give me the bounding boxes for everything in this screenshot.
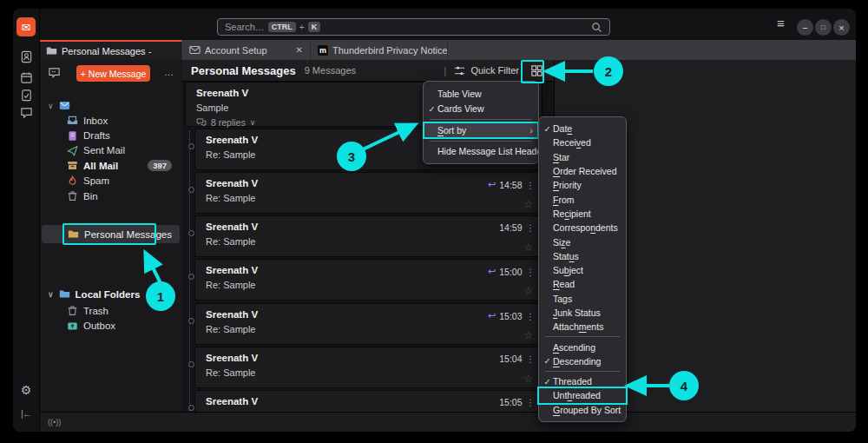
callout-4: 4 [669, 371, 699, 400]
maximize-button[interactable]: □ [815, 19, 832, 36]
folder-label: Drafts [83, 130, 110, 141]
search-placeholder: Search… [225, 22, 265, 32]
message-card[interactable]: Sreenath V ↩14:58⋮ Re: Sample ☆ [194, 172, 542, 214]
menu-item-threaded[interactable]: ✓Threaded [539, 374, 626, 388]
menu-item-unthreaded[interactable]: Unthreaded [539, 388, 626, 402]
folder-all-mail[interactable]: All Mail 397 [39, 158, 182, 173]
assist-bubble-icon[interactable] [48, 66, 61, 79]
menu-item-date[interactable]: ✓Date [539, 122, 626, 136]
kebab-icon[interactable]: ⋮ [526, 354, 536, 364]
menu-item-cards-view[interactable]: ✓ Cards View [424, 102, 538, 117]
kebab-icon[interactable]: ⋮ [526, 311, 536, 321]
global-search-input[interactable]: Search… CTRL + K [217, 18, 610, 36]
inbox-icon [67, 115, 78, 126]
kebab-icon[interactable]: ⋮ [526, 397, 536, 407]
chevron-down-icon[interactable]: ∨ [48, 102, 54, 110]
menu-item-junk-status[interactable]: Junk Status [539, 306, 626, 320]
menu-item-subject[interactable]: Subject [539, 263, 626, 277]
sent-icon [67, 145, 78, 156]
app-menu-button[interactable]: ≡ [777, 16, 785, 30]
menu-label: Priority [553, 180, 582, 190]
broadcast-icon: ((•)) [48, 418, 61, 426]
star-icon[interactable]: ☆ [523, 329, 533, 341]
tab-account-setup[interactable]: Account Setup ✕ [182, 40, 311, 60]
menu-item-descending[interactable]: ✓Descending [539, 354, 626, 368]
menu-item-priority[interactable]: Priority [539, 178, 626, 192]
calendar-icon[interactable] [16, 68, 36, 87]
star-icon[interactable]: ☆ [523, 198, 533, 210]
menu-item-correspondents[interactable]: Correspondents [539, 221, 626, 235]
menu-label: Table View [437, 89, 482, 99]
menu-item-table-view[interactable]: Table View [424, 86, 538, 102]
message-sender: Sreenath V [195, 216, 542, 232]
tab-close-icon[interactable]: ✕ [291, 45, 303, 55]
mozilla-favicon: m [318, 45, 328, 56]
menu-item-order-received[interactable]: Order Received [539, 164, 626, 178]
menu-item-hide-header[interactable]: Hide Message List Header [424, 144, 538, 160]
list-title: Personal Messages [191, 64, 296, 77]
message-subject: Re: Sample [195, 275, 542, 290]
account-row[interactable]: ∨ [48, 100, 70, 111]
divider: ❘ [441, 65, 449, 76]
menu-label: Hide Message List Header [437, 146, 545, 156]
folder-label: All Mail [83, 161, 118, 171]
folder-inbox[interactable]: Inbox [39, 113, 182, 128]
folder-bin[interactable]: Bin [39, 188, 182, 203]
chat-icon[interactable] [16, 102, 36, 122]
star-icon[interactable]: ☆ [523, 285, 533, 297]
close-button[interactable]: × [833, 19, 850, 36]
new-message-button[interactable]: + New Message [76, 65, 150, 82]
menu-item-grouped-by-sort[interactable]: Grouped By Sort [539, 403, 626, 417]
chevron-down-icon[interactable]: ∨ [48, 290, 54, 299]
menu-item-attachments[interactable]: Attachments [539, 320, 626, 334]
kebab-icon[interactable]: ⋮ [526, 222, 536, 233]
menu-item-ascending[interactable]: Ascending [539, 340, 626, 354]
menu-label: Descending [553, 356, 601, 367]
kebab-icon[interactable]: ⋮ [526, 267, 536, 277]
tasks-icon[interactable] [16, 85, 36, 104]
star-icon[interactable]: ☆ [523, 241, 533, 254]
menu-label: Size [553, 237, 570, 248]
folder-sent[interactable]: Sent Mail [39, 143, 182, 158]
message-time: 15:04 [499, 354, 522, 364]
menu-item-status[interactable]: Status [539, 249, 626, 263]
menu-item-from[interactable]: From [539, 192, 626, 206]
message-card[interactable]: Sreenath V ↩15:03⋮ Re: Sample ☆ [194, 303, 542, 345]
replies-count: 8 replies [211, 117, 246, 128]
folder-drafts[interactable]: Drafts [39, 128, 182, 142]
search-icon [591, 22, 602, 33]
annotation-box-personal-messages [62, 223, 156, 245]
message-time: 14:59 [499, 222, 522, 233]
tab-personal-messages[interactable]: Personal Messages - [39, 40, 182, 60]
address-book-icon[interactable] [16, 47, 36, 66]
menu-item-size[interactable]: Size [539, 235, 626, 248]
annotation-box-display-options [521, 60, 544, 83]
menu-item-recipient[interactable]: Recipient [539, 207, 626, 221]
settings-gear-icon[interactable]: ⚙ [16, 380, 36, 400]
drafts-icon [67, 130, 78, 142]
local-folders-header[interactable]: ∨ Local Folders [48, 288, 140, 300]
mail-space-icon[interactable]: ✉ [16, 17, 36, 36]
folder-label: Inbox [83, 116, 108, 126]
menu-item-star[interactable]: Star [539, 150, 626, 164]
folder-pane-options-icon[interactable]: … [164, 67, 174, 77]
menu-item-read[interactable]: Read [539, 277, 626, 291]
message-subject: Re: Sample [195, 188, 542, 203]
menu-item-received[interactable]: Received [539, 136, 626, 149]
folder-spam[interactable]: Spam [39, 174, 182, 188]
menu-label: Attachments [553, 321, 603, 332]
folder-outbox[interactable]: Outbox [39, 318, 182, 333]
kebab-icon[interactable]: ⋮ [526, 180, 536, 190]
message-card[interactable]: Sreenath V ↩15:00⋮ Re: Sample ☆ [194, 259, 542, 301]
message-subject: Re: Sample [195, 320, 542, 334]
message-card[interactable]: Sreenath V 15:04⋮ Re: Sample ☆ [194, 347, 542, 388]
star-icon[interactable]: ☆ [523, 373, 533, 385]
quick-filter-button[interactable]: ❘ Quick Filter [441, 65, 519, 76]
titlebar: Search… CTRL + K ≡ – □ × [39, 9, 856, 40]
collapse-spaces-icon[interactable]: |← [16, 404, 36, 423]
tab-privacy-notice[interactable]: m Thunderbird Privacy Notice – ✕ [311, 40, 448, 60]
menu-item-sort-by[interactable]: Sort by › [424, 122, 538, 138]
menu-item-tags[interactable]: Tags [539, 292, 626, 306]
message-card[interactable]: Sreenath V 14:59⋮ Re: Sample ☆ [194, 215, 542, 257]
minimize-button[interactable]: – [797, 19, 813, 36]
